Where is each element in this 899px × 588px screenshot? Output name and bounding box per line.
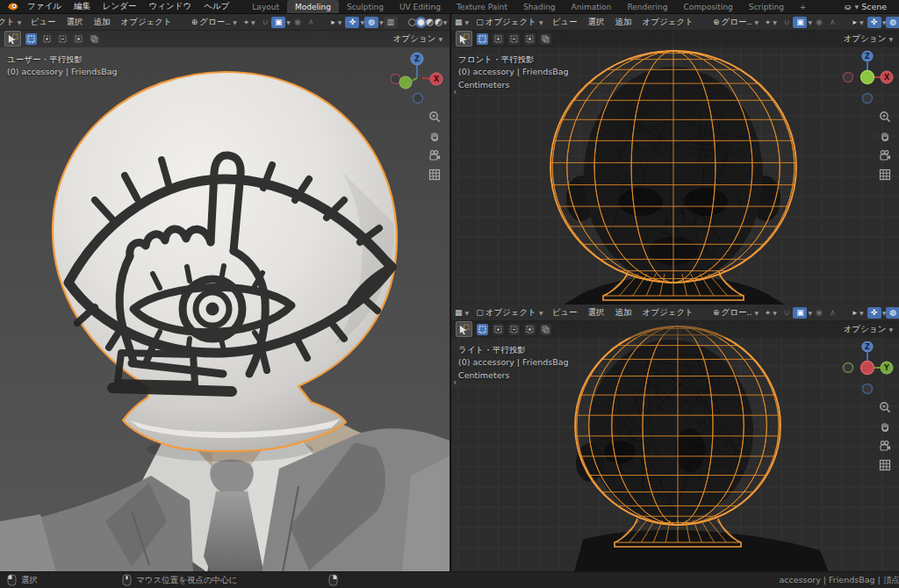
view-object-types-dropdown[interactable]: ▸▼ — [849, 18, 867, 26]
select-mode-invert-button[interactable] — [73, 33, 84, 45]
select-menu[interactable]: 選択 — [61, 17, 88, 28]
pan-hand-icon[interactable] — [428, 130, 441, 142]
navigation-gizmo-right[interactable]: Z Y — [841, 341, 894, 396]
select-mode-new-button[interactable] — [25, 33, 37, 45]
scene-selector[interactable]: Scene — [861, 2, 887, 11]
tab-scripting[interactable]: Scripting — [741, 0, 792, 13]
orthographic-grid-icon[interactable] — [879, 169, 891, 181]
tool-options-dropdown[interactable]: オプション▼ — [393, 33, 445, 45]
tool-options-dropdown[interactable]: オプション▼ — [844, 33, 895, 45]
navigation-gizmo-front[interactable]: Z X — [841, 51, 894, 105]
select-mode-subtract-button[interactable] — [508, 33, 520, 45]
3d-viewport-canvas-user[interactable] — [0, 30, 450, 572]
transform-orientation-dropdown[interactable]: ⊕ グロー..▼ — [709, 17, 762, 28]
tool-options-dropdown[interactable]: オプション▼ — [844, 324, 895, 335]
pivot-point-dropdown[interactable]: ⌖▼ — [241, 18, 259, 27]
editor-type-dropdown[interactable]: ▦▼ — [451, 18, 472, 26]
view-menu[interactable]: ビュー — [547, 307, 583, 319]
select-menu[interactable]: 選択 — [583, 307, 610, 319]
select-mode-new-button[interactable] — [477, 33, 488, 45]
tab-compositing[interactable]: Compositing — [675, 0, 740, 13]
show-gizmo-toggle[interactable]: ✜ — [867, 307, 881, 319]
mode-dropdown[interactable]: ▢ オブジェクト▼ — [0, 17, 25, 28]
menu-edit[interactable]: 編集 — [68, 1, 97, 12]
orthographic-grid-icon[interactable] — [879, 459, 891, 471]
add-menu[interactable]: 追加 — [88, 17, 115, 28]
mode-dropdown[interactable]: ▢ オブジェクト▼ — [472, 307, 546, 319]
proportional-editing-toggle[interactable]: ◉ — [812, 18, 826, 26]
camera-view-icon[interactable] — [879, 149, 891, 161]
show-overlays-toggle[interactable]: ◍ — [886, 17, 899, 28]
menu-help[interactable]: ヘルプ — [198, 1, 235, 12]
proportional-editing-toggle[interactable]: ◉ — [291, 18, 305, 26]
select-mode-new-button[interactable] — [477, 324, 488, 335]
view-menu[interactable]: ビュー — [25, 17, 61, 28]
scene-caret-icon[interactable]: ▼ — [855, 4, 859, 10]
mode-dropdown[interactable]: ▢ オブジェクト▼ — [472, 17, 546, 28]
xray-toggle[interactable]: ▥ — [384, 17, 398, 28]
menu-window[interactable]: ウィンドウ — [143, 1, 198, 12]
camera-view-icon[interactable] — [428, 149, 441, 161]
tab-animation[interactable]: Animation — [564, 0, 620, 13]
tab-modeling[interactable]: Modeling — [287, 0, 339, 13]
view-object-types-dropdown[interactable]: ▸▼ — [327, 18, 345, 26]
snap-toggle[interactable]: ∪ — [780, 308, 794, 317]
select-menu[interactable]: 選択 — [583, 17, 610, 28]
show-gizmo-toggle[interactable]: ✜ — [867, 17, 881, 28]
zoom-icon[interactable] — [879, 401, 891, 413]
snap-with-dropdown[interactable]: ▣ — [793, 17, 807, 28]
menu-render[interactable]: レンダー — [97, 1, 143, 12]
select-mode-intersect-button[interactable] — [89, 33, 100, 45]
show-gizmo-toggle[interactable]: ✜ — [345, 17, 359, 28]
toolbar-toggle-chevron[interactable]: ‹ — [453, 86, 457, 97]
select-mode-invert-button[interactable] — [524, 324, 536, 335]
active-tool-select-box[interactable] — [456, 321, 472, 337]
select-mode-extend-button[interactable] — [493, 33, 504, 45]
select-mode-extend-button[interactable] — [41, 33, 53, 45]
toolbar-toggle-chevron[interactable]: ‹ — [453, 376, 457, 388]
pan-hand-icon[interactable] — [879, 420, 891, 433]
select-mode-intersect-button[interactable] — [540, 33, 551, 45]
pan-hand-icon[interactable] — [879, 130, 891, 142]
tab-add-workspace[interactable]: + — [792, 0, 815, 13]
snap-toggle[interactable]: ∪ — [259, 18, 272, 26]
tab-rendering[interactable]: Rendering — [619, 0, 675, 13]
tab-uv-editing[interactable]: UV Editing — [392, 0, 449, 13]
zoom-icon[interactable] — [879, 111, 891, 123]
navigation-gizmo-user[interactable]: Z X — [391, 51, 443, 105]
active-tool-select-box[interactable] — [456, 31, 472, 47]
shading-wireframe-button[interactable] — [408, 18, 416, 26]
falloff-dropdown[interactable]: ∧ — [305, 18, 318, 26]
transform-orientation-dropdown[interactable]: ⊕ グロー..▼ — [709, 307, 762, 319]
view-object-types-dropdown[interactable]: ▸▼ — [849, 308, 867, 317]
object-menu[interactable]: オブジェクト — [637, 17, 699, 28]
scene-icon[interactable]: ⛀ — [845, 3, 852, 11]
add-menu[interactable]: 追加 — [610, 307, 637, 319]
zoom-icon[interactable] — [428, 111, 441, 123]
select-mode-subtract-button[interactable] — [508, 324, 520, 335]
pivot-point-dropdown[interactable]: ⌖▼ — [762, 308, 780, 318]
tab-shading[interactable]: Shading — [515, 0, 564, 13]
transform-orientation-dropdown[interactable]: ⊕ グロー..▼ — [188, 17, 241, 28]
shading-material-button[interactable] — [426, 18, 434, 26]
tab-layout[interactable]: Layout — [244, 0, 287, 13]
active-tool-select-box[interactable] — [4, 31, 21, 47]
show-overlays-toggle[interactable]: ◍ — [886, 307, 899, 319]
select-mode-subtract-button[interactable] — [57, 33, 68, 45]
falloff-dropdown[interactable]: ∧ — [826, 308, 839, 317]
editor-type-dropdown[interactable]: ▦▼ — [451, 308, 472, 317]
object-menu[interactable]: オブジェクト — [637, 307, 699, 319]
snap-toggle[interactable]: ∪ — [780, 18, 794, 26]
tab-sculpting[interactable]: Sculpting — [339, 0, 392, 13]
select-mode-extend-button[interactable] — [493, 324, 504, 335]
tab-texture-paint[interactable]: Texture Paint — [449, 0, 515, 13]
select-mode-invert-button[interactable] — [524, 33, 536, 45]
pivot-point-dropdown[interactable]: ⌖▼ — [762, 18, 780, 27]
shading-solid-button[interactable] — [417, 18, 425, 26]
blender-logo-icon[interactable] — [6, 2, 18, 11]
add-menu[interactable]: 追加 — [610, 17, 637, 28]
menu-file[interactable]: ファイル — [21, 1, 68, 12]
view-menu[interactable]: ビュー — [547, 17, 583, 28]
orthographic-grid-icon[interactable] — [428, 169, 441, 181]
object-menu[interactable]: オブジェクト — [115, 17, 176, 28]
